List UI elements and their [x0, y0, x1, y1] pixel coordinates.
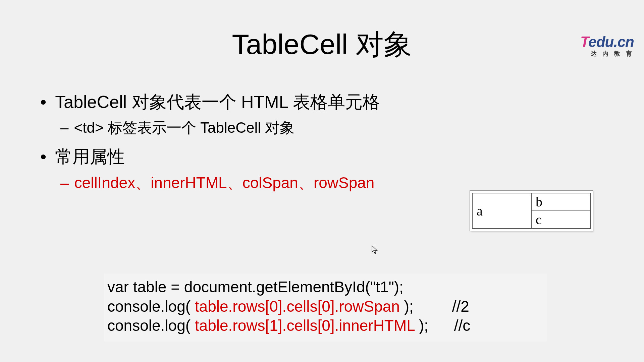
code-line-1: var table = document.getElementById("t1"…	[107, 278, 543, 297]
logo: Tedu.cn 达 内 教 育	[580, 34, 634, 58]
logo-t: T	[580, 34, 588, 50]
slide-title: TableCell 对象	[0, 25, 644, 64]
content-area: TableCell 对象代表一个 HTML 表格单元格 <td> 标签表示一个 …	[40, 90, 644, 193]
bullet-1: TableCell 对象代表一个 HTML 表格单元格	[40, 90, 644, 114]
logo-main: Tedu.cn	[580, 34, 634, 50]
slide: Tedu.cn 达 内 教 育 TableCell 对象 TableCell 对…	[0, 25, 644, 362]
bullet-2: 常用属性	[40, 145, 644, 169]
cell-c: c	[531, 211, 590, 229]
bullet-1-sub: <td> 标签表示一个 TableCell 对象	[60, 118, 644, 138]
logo-rest: edu.cn	[588, 34, 634, 50]
cursor-icon	[372, 245, 379, 257]
cell-b: b	[531, 193, 590, 211]
example-table: a b c	[470, 190, 593, 231]
logo-sub: 达 内 教 育	[580, 50, 634, 58]
code-line-2: console.log( table.rows[0].cells[0].rowS…	[107, 297, 543, 316]
code-block: var table = document.getElementById("t1"…	[104, 274, 547, 342]
cell-a: a	[472, 193, 531, 229]
code-line-3: console.log( table.rows[1].cells[0].inne…	[107, 316, 543, 336]
